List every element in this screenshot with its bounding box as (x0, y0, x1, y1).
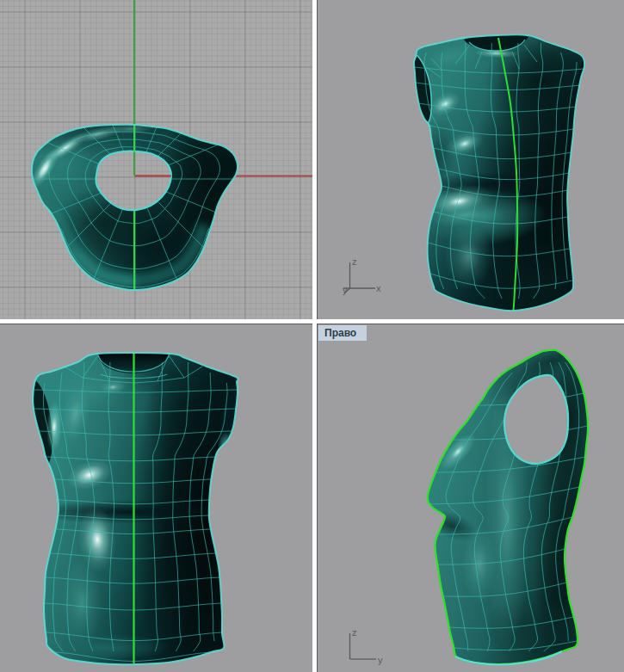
svg-text:x: x (376, 283, 381, 293)
svg-text:z: z (352, 256, 357, 267)
svg-text:y: y (378, 655, 383, 665)
svg-text:y: y (343, 285, 348, 295)
svg-text:z: z (352, 627, 357, 638)
